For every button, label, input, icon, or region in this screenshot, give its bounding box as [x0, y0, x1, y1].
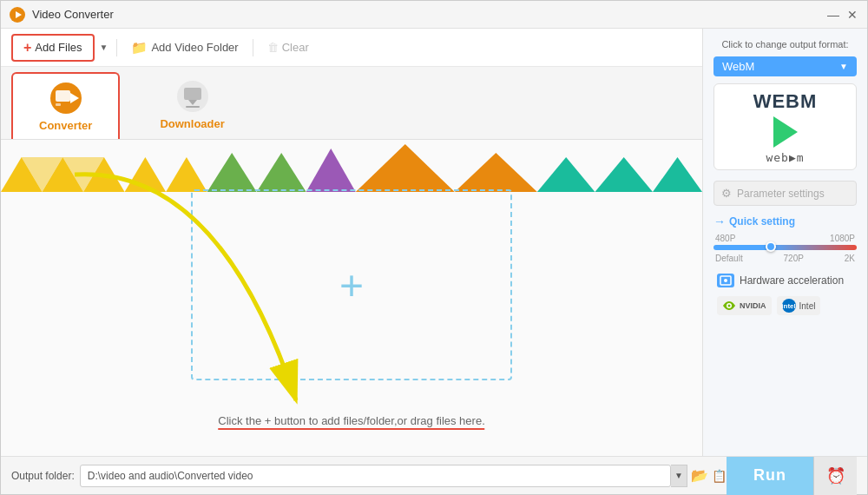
webm-text-bottom: web▶m	[753, 151, 818, 164]
label-480p: 480P	[715, 234, 735, 243]
add-files-label: Add Files	[35, 41, 82, 54]
clear-label: Clear	[282, 41, 309, 54]
run-button[interactable]: Run	[727, 457, 813, 495]
close-button[interactable]: ✕	[846, 9, 858, 21]
content-area: + Add Files ▼ 📁 Add Video Folder 🗑 Clear	[1, 29, 867, 456]
gpu-badges: NVIDIA intel Intel	[713, 293, 857, 319]
converter-tab-icon	[49, 81, 83, 116]
folder-icon: 📁	[131, 40, 148, 56]
quick-setting-label: → Quick setting	[713, 214, 857, 228]
add-folder-label: Add Video Folder	[151, 41, 238, 54]
toolbar: + Add Files ▼ 📁 Add Video Folder 🗑 Clear	[1, 29, 702, 67]
format-value: WebM	[722, 60, 754, 73]
downloader-tab-icon	[175, 79, 210, 114]
webm-play-icon	[773, 116, 798, 148]
converter-tab-label: Converter	[39, 119, 92, 132]
svg-rect-9	[186, 106, 200, 108]
browse-folder-button[interactable]: 📂	[691, 467, 708, 484]
label-2k: 2K	[845, 254, 855, 263]
webm-logo: WEBM web▶m	[753, 90, 818, 164]
nvidia-text: NVIDIA	[740, 301, 766, 310]
svg-rect-5	[56, 103, 61, 106]
intel-text: Intel	[799, 301, 816, 311]
svg-point-27	[724, 279, 727, 282]
label-default: Default	[715, 254, 743, 263]
hint-underline: Click the + button to add files/folder,o…	[218, 414, 484, 430]
intel-badge: intel Intel	[777, 296, 821, 315]
hw-acceleration-label: Hardware acceleration	[740, 274, 844, 287]
clear-button[interactable]: 🗑 Clear	[260, 36, 316, 58]
tabs-container: Converter Downloader	[1, 67, 702, 140]
dropdown-icon: ▼	[839, 62, 848, 71]
quality-slider[interactable]: 480P 1080P Default 720P 2K	[713, 234, 857, 263]
output-label: Output folder:	[11, 470, 75, 482]
path-dropdown-button[interactable]: ▼	[671, 465, 687, 487]
param-settings-label: Parameter settings	[737, 188, 825, 200]
titlebar: Video Converter — ✕	[1, 1, 867, 29]
drop-area[interactable]: + Click the + button to add files/folder…	[1, 140, 702, 456]
quick-setting-arrow-icon: →	[713, 214, 726, 228]
hw-icon	[717, 274, 734, 287]
format-preview: WEBM web▶m	[713, 83, 857, 170]
window-title: Video Converter	[32, 8, 827, 21]
tab-converter[interactable]: Converter	[11, 72, 120, 139]
app-icon	[10, 7, 25, 23]
drop-zone[interactable]: +	[191, 189, 512, 380]
drop-zone-container: +	[36, 166, 667, 404]
svg-rect-3	[56, 90, 70, 102]
webm-text-top: WEBM	[753, 90, 818, 113]
param-settings-button[interactable]: ⚙ Parameter settings	[713, 181, 857, 206]
dropdown-arrow-icon[interactable]: ▼	[98, 38, 110, 56]
quick-setting-text: Quick setting	[729, 215, 795, 228]
add-folder-button[interactable]: 📁 Add Video Folder	[124, 36, 245, 60]
add-files-button[interactable]: + Add Files	[11, 34, 95, 62]
clear-icon: 🗑	[267, 41, 279, 54]
quality-labels-bottom: Default 720P 2K	[713, 254, 857, 263]
plus-icon: +	[23, 40, 31, 56]
main-area: + Add Files ▼ 📁 Add Video Folder 🗑 Clear	[1, 29, 702, 456]
output-path-input[interactable]	[80, 465, 671, 487]
drop-plus-icon: +	[339, 261, 364, 309]
param-icon: ⚙	[721, 187, 732, 200]
alarm-button[interactable]: ⏰	[813, 457, 857, 495]
intel-logo: intel	[782, 299, 796, 313]
tab-downloader[interactable]: Downloader	[134, 72, 250, 139]
svg-point-29	[728, 305, 731, 307]
copy-path-button[interactable]: 📋	[712, 469, 727, 483]
label-1080p: 1080P	[830, 234, 855, 243]
nvidia-icon	[722, 299, 736, 313]
hw-acceleration-row: Hardware acceleration	[713, 268, 857, 293]
svg-rect-7	[184, 88, 201, 100]
downloader-tab-label: Downloader	[160, 117, 224, 130]
run-area: Run ⏰	[727, 457, 857, 495]
nvidia-badge: NVIDIA	[717, 296, 772, 315]
label-720p: 720P	[784, 254, 804, 263]
hint-text: Click the + button to add files/folder,o…	[218, 414, 484, 430]
quality-thumb[interactable]	[766, 241, 776, 252]
right-panel: Click to change output format: WebM ▼ WE…	[702, 29, 867, 456]
quality-track[interactable]	[713, 245, 857, 250]
minimize-button[interactable]: —	[827, 9, 839, 21]
quality-labels-top: 480P 1080P	[713, 234, 857, 243]
toolbar-divider	[116, 39, 117, 56]
window-controls: — ✕	[827, 9, 858, 21]
format-label: Click to change output format:	[713, 39, 857, 50]
toolbar-divider2	[253, 39, 253, 56]
bottom-bar: Output folder: ▼ 📂 📋 Run ⏰	[1, 456, 867, 494]
format-dropdown[interactable]: WebM ▼	[713, 56, 857, 76]
